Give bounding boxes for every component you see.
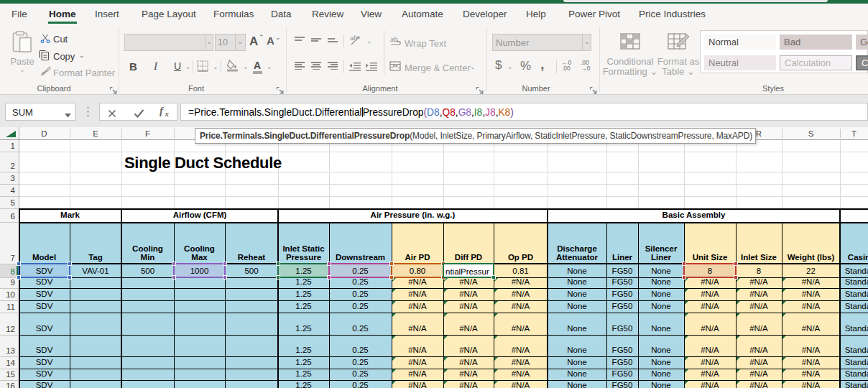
svg-text:x: x [165,109,170,118]
svg-text:f: f [160,106,165,116]
svg-text:ab: ab [350,34,357,42]
svg-text:ab: ab [390,36,397,43]
